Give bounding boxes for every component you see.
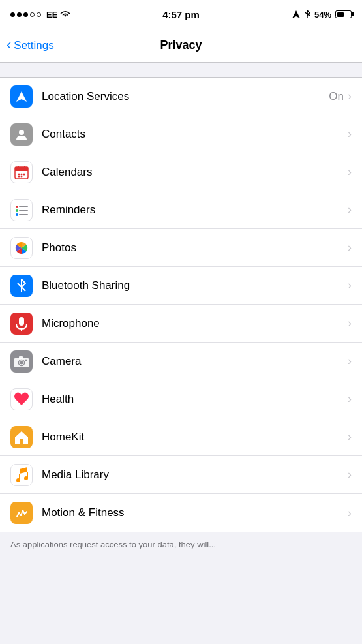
footer-text: As applications request access to your d… <box>0 532 362 555</box>
camera-label: Camera <box>42 355 348 368</box>
row-calendars[interactable]: Calendars › <box>0 153 362 191</box>
contacts-chevron: › <box>348 127 352 141</box>
svg-point-9 <box>23 173 25 175</box>
location-arrow-icon <box>15 90 28 103</box>
svg-point-12 <box>16 206 18 208</box>
health-chevron: › <box>348 392 352 406</box>
dot-5 <box>37 12 41 17</box>
location-services-icon <box>10 85 33 108</box>
row-contacts[interactable]: Contacts › <box>0 115 362 153</box>
row-microphone[interactable]: Microphone › <box>0 305 362 343</box>
svg-rect-26 <box>19 356 23 359</box>
homekit-icon <box>10 426 33 448</box>
bluetooth-status-icon <box>304 10 310 19</box>
motion-fitness-chevron: › <box>348 506 352 520</box>
row-health[interactable]: Health › <box>0 380 362 418</box>
row-reminders[interactable]: Reminders › <box>0 191 362 229</box>
svg-point-30 <box>16 478 20 482</box>
back-label: Settings <box>14 39 53 52</box>
home-icon <box>14 429 29 445</box>
svg-point-31 <box>24 476 28 480</box>
camera-chevron: › <box>348 354 352 368</box>
bluetooth-icon <box>16 278 27 294</box>
photos-chevron: › <box>348 241 352 254</box>
settings-table: Location Services On › Contacts › <box>0 77 362 532</box>
camera-body-icon <box>13 355 30 368</box>
dot-2 <box>17 12 22 17</box>
health-label: Health <box>42 393 348 406</box>
mic-icon <box>14 316 29 331</box>
motion-icon <box>14 505 29 521</box>
location-services-chevron: › <box>348 89 352 103</box>
bluetooth-sharing-chevron: › <box>348 279 352 292</box>
status-time: 4:57 pm <box>162 9 200 20</box>
reminders-chevron: › <box>348 203 352 217</box>
row-camera[interactable]: Camera › <box>0 343 362 380</box>
svg-point-10 <box>18 176 20 177</box>
row-motion-fitness[interactable]: Motion & Fitness › <box>0 494 362 532</box>
signal-dots <box>10 12 41 17</box>
location-status-icon <box>292 10 300 18</box>
status-left: EE <box>10 10 70 20</box>
svg-point-2 <box>19 130 24 135</box>
contacts-icon <box>10 123 33 146</box>
row-photos[interactable]: Photos › <box>0 229 362 267</box>
row-location-services[interactable]: Location Services On › <box>0 78 362 115</box>
svg-marker-0 <box>292 10 300 18</box>
svg-point-14 <box>16 209 18 212</box>
media-library-label: Media Library <box>42 468 348 482</box>
homekit-label: HomeKit <box>42 431 348 444</box>
media-library-icon <box>10 464 33 486</box>
battery-body <box>335 10 352 18</box>
back-button[interactable]: ‹ Settings <box>7 38 54 52</box>
svg-point-11 <box>21 176 23 177</box>
camera-icon <box>10 350 33 373</box>
microphone-chevron: › <box>348 316 352 330</box>
back-chevron-icon: ‹ <box>7 38 11 52</box>
status-bar: EE 4:57 pm 54% <box>0 0 362 29</box>
homekit-chevron: › <box>348 430 352 444</box>
location-services-label: Location Services <box>42 90 329 103</box>
dot-1 <box>10 12 15 17</box>
battery-indicator <box>335 10 352 18</box>
calendar-icon <box>14 164 29 180</box>
svg-rect-20 <box>19 317 24 326</box>
section-gap <box>0 63 362 77</box>
reminders-label: Reminders <box>42 204 348 217</box>
microphone-label: Microphone <box>42 317 348 330</box>
svg-point-27 <box>25 359 27 361</box>
contacts-label: Contacts <box>42 128 348 141</box>
photos-pinwheel-icon <box>13 239 30 256</box>
bluetooth-sharing-label: Bluetooth Sharing <box>42 279 348 292</box>
svg-point-16 <box>16 213 18 216</box>
svg-point-8 <box>21 173 23 175</box>
health-icon <box>10 388 33 410</box>
media-library-chevron: › <box>348 468 352 482</box>
photos-icon <box>10 237 33 259</box>
location-services-value: On <box>329 90 344 103</box>
motion-fitness-icon <box>10 502 33 524</box>
row-media-library[interactable]: Media Library › <box>0 456 362 494</box>
carrier-label: EE <box>46 10 57 20</box>
wifi-icon <box>60 10 70 18</box>
dot-4 <box>30 12 35 17</box>
svg-marker-1 <box>16 91 27 102</box>
microphone-icon <box>10 313 33 335</box>
row-homekit[interactable]: HomeKit › <box>0 418 362 456</box>
reminders-icon <box>10 199 33 221</box>
heart-icon <box>14 392 29 406</box>
reminders-list-icon <box>14 203 29 217</box>
calendars-chevron: › <box>348 165 352 179</box>
battery-percent: 54% <box>314 10 331 20</box>
svg-rect-4 <box>15 167 28 171</box>
status-right: 54% <box>292 10 352 20</box>
svg-point-25 <box>20 361 23 364</box>
svg-point-7 <box>18 173 20 175</box>
calendars-icon <box>10 161 33 183</box>
calendars-label: Calendars <box>42 166 348 179</box>
page-title: Privacy <box>160 38 202 52</box>
row-bluetooth-sharing[interactable]: Bluetooth Sharing › <box>0 267 362 305</box>
music-note-icon <box>14 467 29 483</box>
motion-fitness-label: Motion & Fitness <box>42 506 348 519</box>
bluetooth-sharing-icon <box>10 275 33 297</box>
